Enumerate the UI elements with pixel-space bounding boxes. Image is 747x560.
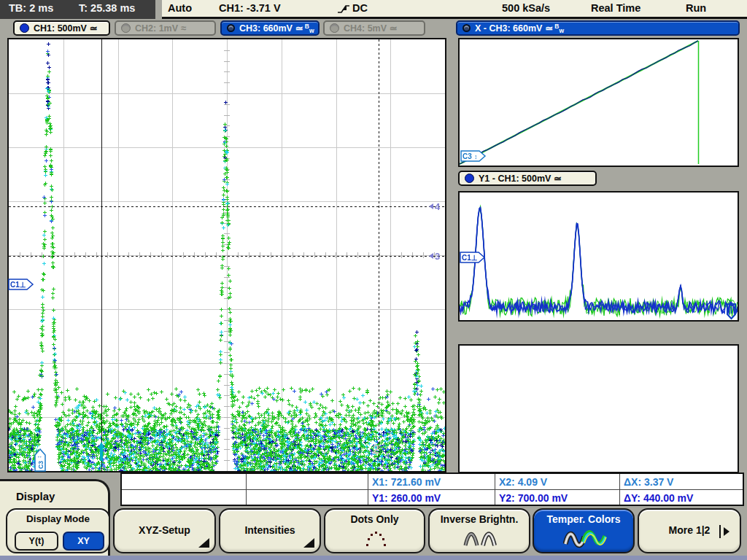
readout-y2: Y2: 700.00 mV <box>499 491 568 505</box>
oscilloscope-screen: TB: 2 ms T: 25.38 ms Auto CH1: -3.71 V D… <box>0 0 747 560</box>
readout-col-divider <box>495 474 495 505</box>
svg-text:C1⊥: C1⊥ <box>462 254 478 262</box>
more-arrow-icon <box>719 525 729 538</box>
x-cursor-1[interactable] <box>101 39 102 471</box>
temper-colors-icon <box>563 527 608 551</box>
x-cursor-2-handle[interactable]: 2 <box>373 443 379 456</box>
display-tab-label: Display <box>16 490 55 502</box>
inverse-brightness-icon <box>463 529 498 549</box>
xy-display: 4 3 2 C1⊥ ↔ C3 <box>7 38 446 472</box>
readout-row-divider <box>122 489 743 490</box>
ch2-dot-icon <box>121 23 131 33</box>
y-cursor-4-label: 4 <box>429 201 440 212</box>
timebase-box: TB: 2 ms T: 25.38 ms <box>0 0 155 19</box>
trigger-status-bar: Auto CH1: -3.71 V DC 500 kSa/s Real Time… <box>162 0 747 19</box>
display-mode-softkey[interactable]: Display Mode Y(t) XY <box>6 508 110 553</box>
submenu-corner-icon <box>198 538 209 548</box>
y1-ground-marker[interactable]: C1⊥ <box>460 252 486 264</box>
y1-source-button[interactable]: Y1 - CH1: 500mV ≃ <box>458 171 597 186</box>
y-cursor-3[interactable] <box>9 256 445 257</box>
ch4-button[interactable]: CH4: 5mV ≃ <box>323 20 425 36</box>
ch2-coupling-icon: ≈ <box>181 23 186 34</box>
trigger-time-value: T: 25.38 ms <box>79 2 135 14</box>
ch1-label: CH1: 500mV <box>34 23 87 34</box>
x-ramp-canvas <box>460 39 738 166</box>
dots-only-softkey[interactable]: Dots Only <box>324 508 425 553</box>
y1-waveform-panel: C1⊥ <box>458 191 739 322</box>
readout-x1: X1: 721.60 mV <box>372 475 441 489</box>
svg-text:C1⊥: C1⊥ <box>10 281 26 289</box>
readout-x2: X2: 4.09 V <box>499 475 547 489</box>
ch3-dot-icon <box>227 24 235 32</box>
ch1-coupling-icon: ≃ <box>90 23 98 34</box>
ch4-dot-icon <box>330 23 339 33</box>
y-cursor-3-label: 3 <box>429 250 440 262</box>
cursor-arrow-icon <box>429 253 433 259</box>
x-source-label: X - CH3: 660mV <box>475 23 542 34</box>
x-cursor-1-handle-bar[interactable] <box>100 448 103 461</box>
temper-colors-softkey[interactable]: Temper. Colors <box>533 508 635 553</box>
trigger-coupling: DC <box>352 2 368 14</box>
ch3-button[interactable]: CH3: 660mV ≃ B w <box>220 20 320 36</box>
intensities-softkey[interactable]: Intensities <box>219 508 321 553</box>
y1-source-label: Y1 - CH1: 500mV <box>479 174 551 184</box>
x-cursor-1-handle[interactable] <box>98 442 105 448</box>
bottom-bezel-strip <box>0 556 747 560</box>
rising-edge-icon <box>337 4 350 15</box>
readout-col-divider <box>619 474 620 505</box>
svg-text:↔: ↔ <box>36 453 42 459</box>
ch1-dot-icon <box>20 23 29 33</box>
trigger-mode: Auto <box>168 2 192 14</box>
ch2-button[interactable]: CH2: 1mV ≈ <box>115 20 216 36</box>
display-mode-title: Display Mode <box>7 513 109 524</box>
x-source-coupling-icon: ≃ <box>545 23 553 34</box>
empty-panel <box>458 344 739 473</box>
acquisition-mode: Real Time <box>591 2 640 14</box>
readout-col-divider <box>368 474 368 505</box>
svg-text:C3: C3 <box>37 461 44 469</box>
svg-text:↕: ↕ <box>474 153 478 160</box>
cursor-readout-bar: X1: 721.60 mV X2: 4.09 V ΔX: 3.37 V Y1: … <box>120 472 744 506</box>
ch1-ground-marker[interactable]: C1⊥ <box>8 279 34 291</box>
trigger-source: CH1: -3.71 V <box>219 2 281 14</box>
readout-dy: ΔY: 440.00 mV <box>624 491 693 505</box>
y1-waveform-canvas <box>460 192 738 320</box>
readout-col-divider <box>246 474 247 505</box>
x-source-dot-icon <box>462 24 471 32</box>
svg-text:C3: C3 <box>462 152 472 160</box>
xyz-setup-softkey[interactable]: XYZ-Setup <box>113 508 216 553</box>
readout-dx: ΔX: 3.37 V <box>624 475 673 489</box>
y-cursor-4[interactable] <box>9 206 445 207</box>
run-state: Run <box>686 2 706 14</box>
x-cursor-2[interactable] <box>379 39 379 471</box>
ch3-ground-marker[interactable]: ↔ C3 <box>34 448 47 472</box>
ch3-coupling-icon: ≃ <box>295 23 303 34</box>
ch1-button[interactable]: CH1: 500mV ≃ <box>13 20 110 36</box>
more-softkey[interactable]: More 1|2 <box>638 508 741 553</box>
x-ramp-panel: C3 ↕ <box>458 38 739 167</box>
yt-mode-button[interactable]: Y(t) <box>15 532 58 551</box>
c3-ramp-marker[interactable]: C3 ↕ <box>460 150 487 163</box>
readout-y1: Y1: 260.00 mV <box>372 491 441 505</box>
y1-dot-icon <box>465 174 474 183</box>
ch2-label: CH2: 1mV <box>135 23 178 34</box>
x-source-button[interactable]: X - CH3: 660mV ≃ B w <box>456 20 740 36</box>
sample-rate: 500 kSa/s <box>502 2 550 14</box>
timebase-value: TB: 2 ms <box>9 2 53 14</box>
cursor-arrow-icon <box>429 203 433 209</box>
ch4-coupling-icon: ≃ <box>390 23 398 34</box>
ch4-label: CH4: 5mV <box>344 23 387 34</box>
inverse-brightness-softkey[interactable]: Inverse Brightn. <box>428 508 530 553</box>
submenu-corner-icon <box>303 538 314 548</box>
dots-arc-icon <box>362 529 391 549</box>
ch3-label: CH3: 660mV <box>239 23 293 34</box>
y1-right-marker[interactable] <box>727 303 737 320</box>
y1-coupling-icon: ≃ <box>554 173 562 184</box>
xy-mode-button[interactable]: XY <box>63 532 104 551</box>
xy-scatter-canvas <box>9 39 445 471</box>
